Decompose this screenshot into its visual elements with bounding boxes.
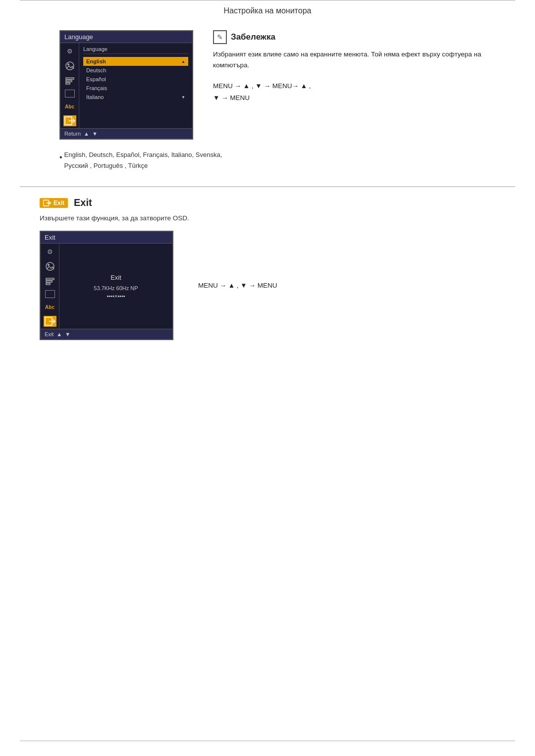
page-title: Настройка на монитора: [20, 6, 515, 15]
exit-section-header: Exit Exit: [40, 197, 495, 208]
exit-exit-icon: [44, 316, 56, 327]
gear-icon: ⚙: [63, 45, 77, 57]
exit-osd-row: Exit ⚙: [40, 231, 495, 340]
svg-rect-3: [66, 80, 72, 82]
exit-shortcut: MENU → ▲ , ▼ → MENU: [198, 282, 277, 289]
menu-item-espanol: Español: [83, 75, 188, 84]
section-divider: [20, 186, 515, 187]
exit-setup-icon: [43, 275, 57, 287]
language-section: Language ⚙: [59, 30, 495, 140]
osd-menu-content: Language English ▲ Deutsch Español Franç…: [79, 43, 192, 128]
osd-section-label: Language: [83, 46, 188, 54]
exit-description: Извършете тази функция, за да затворите …: [40, 214, 495, 222]
exit-osd-title: Exit: [41, 232, 172, 244]
osd-sidebar: ⚙ Abc: [60, 43, 79, 128]
exit-picture-icon: [43, 260, 57, 272]
svg-rect-11: [46, 278, 54, 280]
language-list: • English, Deutsch, Español, Français, I…: [59, 150, 495, 171]
exit-osd-label: Exit: [110, 274, 121, 281]
exit-osd-content: Exit 53.7KHz 60Hz NP ••••×••••: [59, 244, 172, 329]
note-icon: ✎: [213, 30, 227, 44]
osd-title: Language: [60, 31, 192, 43]
exit-gear-icon: ⚙: [43, 246, 57, 257]
exit-abc-icon: Abc: [43, 301, 57, 313]
svg-rect-13: [46, 283, 50, 285]
exit-osd-sidebar: ⚙ Abc: [41, 244, 59, 329]
exit-osd-res: ••••×••••: [107, 293, 125, 299]
svg-rect-12: [46, 281, 52, 282]
menu-item-francais: Français: [83, 84, 188, 93]
exit-osd-freq: 53.7KHz 60Hz NP: [94, 285, 138, 291]
svg-point-1: [67, 63, 69, 65]
svg-point-0: [66, 62, 74, 70]
exit-osd-panel: Exit ⚙: [40, 231, 173, 340]
language-note: ✎ Забележка Избраният език влияе само на…: [213, 30, 495, 104]
osd-bottom-bar: Return ▲ ▼: [60, 128, 192, 139]
menu-item-english: English ▲: [83, 57, 188, 66]
exit-badge: Exit: [40, 198, 68, 208]
exit-osd-bottom-bar: Exit ▲ ▼: [41, 329, 172, 339]
language-osd-panel: Language ⚙: [59, 30, 193, 140]
menu-item-deutsch: Deutsch: [83, 66, 188, 75]
svg-point-10: [48, 264, 50, 266]
setup-icon: [63, 75, 77, 87]
abc-icon: Abc: [63, 101, 77, 112]
svg-point-9: [46, 262, 54, 270]
note-title: Забележка: [231, 32, 275, 42]
svg-rect-4: [66, 83, 70, 84]
note-text: Избраният език влияе само на екранните м…: [213, 49, 495, 70]
exit-title: Exit: [74, 197, 92, 208]
note-header: ✎ Забележка: [213, 30, 495, 44]
exit-icon: [63, 115, 76, 126]
bottom-rule: [20, 741, 515, 741]
svg-rect-2: [66, 78, 74, 79]
language-shortcut: MENU → ▲ , ▼ → MENU→ ▲ , ▼ → MENU: [213, 80, 495, 104]
display-icon: [65, 90, 75, 98]
picture-icon: [63, 60, 77, 72]
exit-display-icon: [45, 290, 55, 298]
menu-item-italiano: Italiano ▼: [83, 93, 188, 101]
